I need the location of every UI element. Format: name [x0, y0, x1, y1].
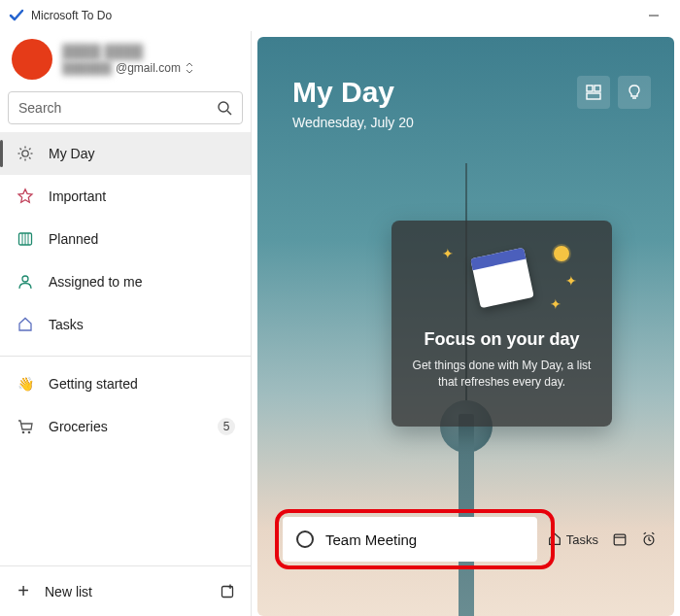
search-input[interactable] [18, 100, 217, 116]
new-group-button[interactable] [220, 583, 237, 600]
sidebar-item-tasks[interactable]: Tasks [0, 303, 251, 346]
page-date: Wednesday, July 20 [292, 115, 569, 130]
circle-icon [296, 530, 314, 548]
sidebar-item-important[interactable]: Important [0, 175, 251, 218]
account-name: ████ ████ [62, 44, 194, 59]
svg-rect-22 [587, 86, 593, 91]
svg-line-29 [649, 540, 651, 541]
account-switcher[interactable]: ████ ████ ██████ @gmail.com [0, 31, 251, 89]
add-task-input[interactable] [325, 531, 524, 548]
focus-card: ✦✦✦ Focus on your day Get things done wi… [391, 221, 612, 427]
add-task-field[interactable] [283, 517, 537, 562]
svg-line-9 [29, 157, 31, 159]
svg-point-1 [219, 102, 228, 112]
svg-line-10 [20, 157, 22, 159]
card-title: Focus on your day [407, 329, 596, 350]
new-list-row: + New list [0, 565, 251, 616]
minimize-button[interactable] [631, 0, 676, 31]
svg-line-30 [644, 532, 646, 533]
svg-rect-25 [614, 534, 626, 545]
sidebar-item-label: Groceries [49, 419, 204, 434]
sidebar-item-getting-started[interactable]: 👋 Getting started [0, 362, 251, 405]
titlebar: Microsoft To Do [0, 0, 680, 31]
avatar [12, 39, 52, 80]
svg-line-31 [652, 532, 654, 533]
calendar-icon [16, 230, 35, 248]
calendar-illustration: ✦✦✦ [407, 240, 596, 316]
svg-point-3 [22, 151, 28, 156]
app-title: Microsoft To Do [25, 9, 631, 22]
svg-point-18 [28, 431, 31, 434]
sidebar-item-assigned[interactable]: Assigned to me [0, 260, 251, 303]
count-badge: 5 [218, 418, 235, 435]
due-date-button[interactable] [608, 531, 631, 547]
alarm-icon [641, 531, 657, 547]
page-title: My Day [292, 76, 569, 109]
svg-point-17 [22, 431, 25, 434]
star-icon [16, 188, 35, 205]
sidebar: ████ ████ ██████ @gmail.com [0, 31, 252, 616]
search-field[interactable] [8, 91, 243, 124]
wave-icon: 👋 [16, 376, 35, 392]
today-overview-button[interactable] [577, 76, 610, 109]
svg-line-8 [20, 149, 22, 151]
sidebar-item-planned[interactable]: Planned [0, 218, 251, 260]
new-list-button[interactable]: New list [45, 584, 208, 599]
divider [0, 356, 251, 357]
main-pane: My Day Wednesday, July 20 ✦✦✦ Focus on y… [257, 37, 674, 616]
sidebar-item-label: Assigned to me [49, 274, 235, 290]
home-icon [547, 531, 562, 547]
person-icon [16, 273, 35, 291]
svg-point-16 [22, 276, 28, 282]
account-email: ██████ @gmail.com [62, 61, 194, 75]
svg-rect-23 [595, 86, 600, 91]
reminder-button[interactable] [637, 531, 661, 547]
card-body: Get things done with My Day, a list that… [407, 358, 596, 391]
sidebar-item-my-day[interactable]: My Day [0, 132, 251, 175]
expand-icon [185, 62, 194, 74]
cart-icon [16, 418, 35, 435]
svg-rect-24 [587, 93, 600, 99]
app-icon [4, 8, 25, 23]
sidebar-item-label: My Day [49, 146, 235, 161]
suggestions-button[interactable] [618, 76, 651, 109]
list-picker-button[interactable]: Tasks [543, 531, 602, 547]
chip-label: Tasks [566, 532, 598, 547]
sidebar-item-groceries[interactable]: Groceries 5 [0, 405, 251, 448]
sidebar-item-label: Tasks [49, 317, 235, 332]
home-icon [16, 316, 35, 333]
calendar-icon [612, 531, 628, 547]
svg-rect-19 [222, 586, 233, 597]
plus-icon[interactable]: + [14, 580, 33, 602]
svg-line-2 [227, 111, 231, 115]
sidebar-item-label: Important [49, 188, 235, 204]
sun-icon [16, 145, 35, 162]
sidebar-item-label: Getting started [49, 376, 235, 392]
search-icon [217, 100, 232, 116]
svg-line-11 [29, 149, 31, 151]
sidebar-item-label: Planned [49, 231, 235, 247]
